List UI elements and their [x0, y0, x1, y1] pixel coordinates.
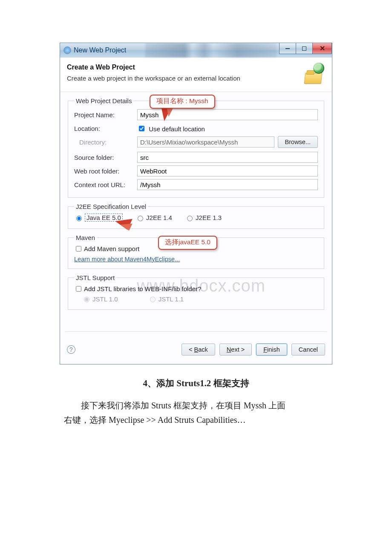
dialog-subtitle: Create a web project in the workspace or…	[67, 75, 240, 82]
web-root-input[interactable]	[137, 165, 318, 176]
app-icon	[63, 46, 71, 54]
j2ee-legend: J2EE Specification Level	[74, 203, 148, 210]
radio-j2ee-14[interactable]: J2EE 1.4	[135, 214, 172, 221]
wizard-icon	[305, 64, 325, 84]
context-root-input[interactable]	[137, 179, 318, 190]
cancel-button[interactable]: Cancel	[291, 344, 325, 356]
j2ee-group: J2EE Specification Level Java EE 5.0 J2E…	[68, 203, 324, 229]
dialog-footer: ? < Back Next > Finish Cancel	[60, 336, 332, 364]
dialog-window: New Web Project ✕ Create a Web Project C…	[60, 43, 332, 364]
jstl-legend: JSTL Support	[74, 274, 116, 281]
finish-button[interactable]: Finish	[256, 344, 287, 356]
directory-label: Directory:	[74, 139, 137, 146]
web-project-details-group: Web Project Details Project Name: Locati…	[68, 97, 324, 198]
use-default-location-checkbox[interactable]: Use default location	[137, 124, 205, 133]
directory-input	[137, 136, 274, 147]
help-icon[interactable]: ?	[67, 345, 75, 354]
callout-project-name: 项目名称 : Myssh	[150, 95, 215, 109]
back-button[interactable]: < Back	[182, 344, 215, 356]
separator	[65, 331, 327, 332]
browse-button[interactable]: Browse...	[278, 136, 318, 148]
maven-legend: Maven	[74, 234, 97, 241]
article-heading: 4、添加 Struts1.2 框架支持	[60, 377, 332, 389]
titlebar-decoration	[145, 43, 277, 58]
radio-jstl-10: JSTL 1.0	[82, 295, 118, 303]
article-text: 接下来我们将添加 Struts 框架支持，在项目 Myssh 上面右键，选择 M…	[64, 398, 294, 427]
callout-javaee: 选择javaEE 5.0	[158, 236, 217, 250]
titlebar: New Web Project ✕	[60, 43, 332, 58]
article-section: 4、添加 Struts1.2 框架支持 接下来我们将添加 Struts 框架支持…	[60, 377, 332, 427]
window-title: New Web Project	[74, 46, 126, 54]
radio-j2ee-13[interactable]: J2EE 1.3	[185, 214, 222, 221]
dialog-title: Create a Web Project	[67, 64, 240, 71]
details-legend: Web Project Details	[74, 97, 133, 104]
maven-learn-more-link[interactable]: Learn more about Maven4MyEclipse...	[74, 256, 180, 263]
context-root-label: Context root URL:	[74, 181, 137, 188]
jstl-group: JSTL Support www.bdocx.com Add JSTL libr…	[68, 274, 324, 310]
minimize-button[interactable]	[279, 43, 296, 54]
add-jstl-checkbox[interactable]: Add JSTL libraries to WEB-INF/lib folder…	[74, 285, 318, 293]
location-label: Location:	[74, 125, 137, 132]
dialog-header: Create a Web Project Create a web projec…	[60, 58, 332, 92]
web-root-label: Web root folder:	[74, 168, 137, 175]
radio-jstl-11: JSTL 1.1	[148, 295, 184, 303]
use-default-checkbox-input[interactable]	[139, 126, 144, 131]
source-folder-label: Source folder:	[74, 154, 137, 161]
source-folder-input[interactable]	[137, 152, 318, 163]
close-button[interactable]: ✕	[312, 43, 332, 54]
maximize-button[interactable]	[296, 43, 313, 54]
next-button[interactable]: Next >	[219, 344, 252, 356]
project-name-label: Project Name:	[74, 111, 137, 119]
